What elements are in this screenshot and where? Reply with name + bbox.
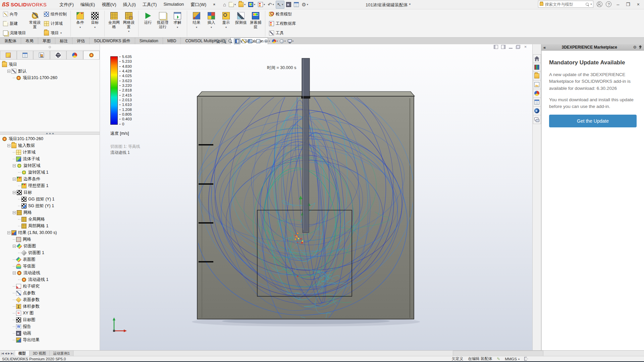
dropdown-caret-icon[interactable]: ▾ bbox=[282, 3, 283, 6]
ribbon-button-条件[interactable]: 条件▾ bbox=[73, 10, 88, 37]
rebuild-traffic-light-icon[interactable] bbox=[285, 1, 292, 8]
dropdown-caret-icon[interactable]: ▾ bbox=[225, 25, 227, 30]
menu-视图-v[interactable]: 视图(V) bbox=[98, 0, 119, 9]
ribbon-button-全局网格[interactable]: 全局网格 bbox=[107, 10, 121, 37]
hide-show-items-icon[interactable]: ▾ bbox=[263, 39, 271, 44]
doc-minimize-icon[interactable] bbox=[508, 45, 513, 49]
graphics-viewport[interactable]: × 5.6355.2334.8304.4284.0253.6233.2202.8… bbox=[100, 44, 532, 350]
tab-solidworks-插件[interactable]: SOLIDWORKS 插件 bbox=[90, 38, 135, 44]
tab-mbd[interactable]: MBD bbox=[163, 38, 181, 44]
help-icon[interactable]: ? bbox=[606, 1, 611, 7]
configurationmanager-tab[interactable] bbox=[33, 51, 50, 59]
tree-item-体积参数[interactable]: 体积参数 bbox=[1, 303, 99, 310]
section-view-icon[interactable] bbox=[234, 38, 240, 44]
model-tab-运动算例1[interactable]: 运动算例1 bbox=[50, 351, 73, 356]
tab-last-icon[interactable]: ▶| bbox=[11, 352, 14, 355]
dropdown-caret-icon[interactable]: ▾ bbox=[244, 3, 246, 6]
tree-expander-icon[interactable] bbox=[13, 191, 16, 194]
ribbon-button-常规设置[interactable]: 常规设置 bbox=[28, 10, 42, 37]
dropdown-caret-icon[interactable]: ▾ bbox=[254, 3, 255, 6]
tree-item-局部网格-1[interactable]: 局部网格 1 bbox=[1, 223, 99, 229]
panel-pin-icon[interactable] bbox=[639, 46, 642, 49]
window-close-button[interactable]: × bbox=[635, 2, 641, 7]
menu-工具-t[interactable]: 工具(T) bbox=[139, 0, 160, 9]
tree-item-sg-扭矩-y-1[interactable]: SG 扭矩 (Y) 1 bbox=[1, 202, 99, 209]
search-dropdown-icon[interactable]: ▾ bbox=[590, 3, 592, 6]
apply-scene-icon[interactable]: ▾ bbox=[279, 39, 286, 44]
dropdown-caret-icon[interactable]: ▾ bbox=[234, 3, 236, 6]
pin-menu-icon[interactable]: ✦ bbox=[211, 1, 217, 8]
dropdown-caret-icon[interactable]: ▾ bbox=[177, 25, 178, 30]
tree-item-项目101-1700-260[interactable]: 项目101-1700-260 bbox=[1, 135, 99, 142]
tree-item-目标图[interactable]: 目标图 bbox=[1, 316, 99, 323]
tree-item-项目101-1700-260[interactable]: 项目101-1700-260 bbox=[1, 74, 99, 81]
search-icon[interactable] bbox=[586, 3, 589, 6]
taskpane-appearances-icon[interactable] bbox=[533, 89, 541, 98]
tree-item-表面图[interactable]: 表面图 bbox=[1, 256, 99, 263]
featuremanager-tab[interactable] bbox=[0, 51, 17, 59]
ribbon-button-克隆项目[interactable]: 克隆项目 bbox=[2, 30, 27, 36]
displaymanager-tab[interactable] bbox=[66, 51, 83, 59]
undo-icon[interactable]: ↶▾ bbox=[267, 1, 275, 8]
tree-item-边界条件[interactable]: 边界条件 bbox=[1, 176, 99, 182]
dropdown-caret-icon[interactable]: ▾ bbox=[94, 25, 96, 30]
ribbon-button-结果[interactable]: 结果▾ bbox=[189, 10, 204, 37]
tree-item-表面参数[interactable]: 表面参数 bbox=[1, 296, 99, 303]
ribbon-button-目标[interactable]: 目标▾ bbox=[88, 10, 102, 37]
new-document-icon[interactable]: ▾ bbox=[228, 1, 237, 8]
ribbon-button-工具[interactable]: 工具 bbox=[268, 30, 297, 36]
dropdown-caret-icon[interactable]: ▾ bbox=[79, 25, 81, 30]
tree-item-切面图-1[interactable]: 切面图 1 bbox=[1, 249, 99, 256]
tree-item-流动迹线[interactable]: 流动迹线 bbox=[1, 269, 99, 276]
home-icon[interactable]: ⌂ bbox=[222, 1, 227, 8]
units-caret-icon[interactable]: ▴ bbox=[518, 357, 520, 360]
tree-item-动画[interactable]: 动画 bbox=[1, 330, 99, 337]
tab-标注[interactable]: 标注 bbox=[55, 38, 72, 44]
ribbon-button-插入[interactable]: 插入▾ bbox=[204, 10, 219, 37]
dropdown-caret-icon[interactable]: ▾ bbox=[269, 40, 270, 43]
tree-item-gg-扭矩-y-1[interactable]: GG 扭矩 (Y) 1 bbox=[1, 196, 99, 202]
user-account-icon[interactable] bbox=[597, 1, 602, 7]
tree-item-流动迹线-1[interactable]: 流动迹线 1 bbox=[1, 276, 99, 283]
tree-item-全局网格[interactable]: 全局网格 bbox=[1, 216, 99, 223]
dropdown-caret-icon[interactable]: ▾ bbox=[211, 25, 212, 30]
settings-gear-icon[interactable]: ⚙▾ bbox=[301, 1, 309, 8]
model-tab-3d-视图[interactable]: 3D 视图 bbox=[30, 351, 50, 356]
ribbon-button-新建[interactable]: 新建 bbox=[2, 20, 27, 27]
menu-文件-f[interactable]: 文件(F) bbox=[56, 0, 77, 9]
ribbon-button-运行[interactable]: 运行 bbox=[141, 10, 155, 37]
menu-simulation[interactable]: Simulation bbox=[160, 0, 187, 9]
dropdown-caret-icon[interactable]: ▾ bbox=[60, 32, 62, 35]
save-icon[interactable]: ▾ bbox=[247, 1, 256, 8]
tree-item-xy-图[interactable]: XY 图 bbox=[1, 310, 99, 316]
tree-item-报告[interactable]: 报告 bbox=[1, 323, 99, 330]
tab-评估[interactable]: 评估 bbox=[72, 38, 90, 44]
ribbon-button-求解[interactable]: 求解▾ bbox=[170, 10, 185, 37]
tree-item-导出结果[interactable]: 导出结果 bbox=[1, 337, 99, 343]
viewport-horizontal-scrollbar[interactable] bbox=[453, 351, 543, 356]
ribbon-button-工程数据库[interactable]: 工程数据库 bbox=[268, 20, 297, 27]
model-tab-模型[interactable]: 模型 bbox=[15, 351, 30, 356]
ribbon-button-网格设置[interactable]: 网格设置▾ bbox=[121, 10, 136, 37]
tree-expander-icon[interactable] bbox=[7, 144, 10, 147]
print-icon[interactable]: ▾ bbox=[257, 1, 266, 8]
tree-item-项目[interactable]: 项目 bbox=[1, 61, 99, 68]
flow-simulation-tab[interactable] bbox=[83, 51, 100, 59]
ribbon-button-项目[interactable]: 项目 ▾ bbox=[43, 30, 68, 36]
search-input[interactable] bbox=[545, 2, 584, 7]
dropdown-caret-icon[interactable]: ▾ bbox=[292, 40, 294, 43]
window-restore-button[interactable]: ❐ bbox=[624, 2, 632, 7]
dropdown-caret-icon[interactable]: ▾ bbox=[196, 25, 197, 30]
tree-item-默认[interactable]: 默认 bbox=[1, 68, 99, 74]
tree-expander-icon[interactable] bbox=[13, 272, 16, 275]
dimxpertmanager-tab[interactable] bbox=[50, 51, 67, 59]
taskpane-forum-icon[interactable] bbox=[533, 115, 541, 124]
flow-trajectories-annotation[interactable]: 流动迹线 1 bbox=[110, 150, 140, 156]
taskpane-home-icon[interactable] bbox=[533, 54, 541, 63]
status-units[interactable]: MMGS bbox=[505, 357, 517, 361]
dropdown-caret-icon[interactable]: ▾ bbox=[264, 3, 265, 6]
ribbon-button-向导[interactable]: 向导 bbox=[2, 11, 27, 17]
view-orientation-icon[interactable]: ▾ bbox=[247, 39, 255, 44]
tree-item-网格[interactable]: 网格 bbox=[1, 209, 99, 216]
ribbon-button-显示[interactable]: 显示▾ bbox=[219, 10, 233, 37]
